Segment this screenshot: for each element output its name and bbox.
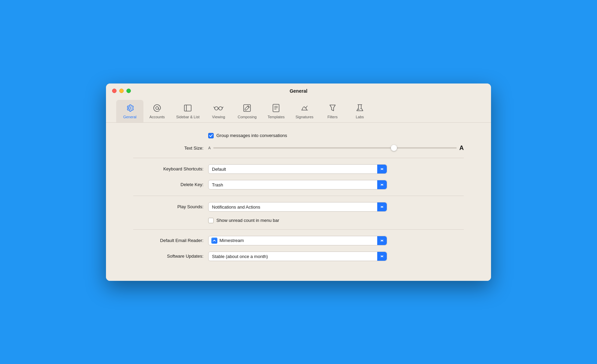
gear-icon: [124, 103, 135, 113]
tab-templates-label: Templates: [267, 115, 285, 119]
tab-labs[interactable]: Labs: [346, 100, 373, 122]
divider-3: [133, 229, 464, 230]
tab-viewing[interactable]: Viewing: [205, 100, 232, 122]
tab-general-label: General: [123, 115, 136, 119]
delete-key-row: Delete Key: Trash: [133, 180, 464, 189]
show-unread-checkbox[interactable]: [208, 218, 214, 223]
preferences-window: General General Accounts: [106, 84, 491, 281]
svg-point-12: [358, 109, 359, 110]
svg-rect-7: [273, 104, 279, 112]
tab-sidebar[interactable]: Sidebar & List: [171, 100, 205, 122]
tab-filters[interactable]: Filters: [319, 100, 346, 122]
mimestream-app-icon: [211, 238, 217, 244]
keyboard-shortcuts-row: Keyboard Shortcuts: Default: [133, 164, 464, 174]
delete-key-value: Trash: [212, 182, 223, 187]
signature-icon: [299, 103, 310, 113]
default-email-row: Default Email Reader: Mimestream: [133, 236, 464, 245]
software-updates-arrow: [377, 252, 387, 261]
default-email-select[interactable]: Mimestream: [208, 236, 387, 245]
title-bar: General: [106, 84, 491, 98]
text-size-label: Text Size:: [133, 146, 208, 151]
template-icon: [271, 103, 281, 113]
software-updates-row: Software Updates: Stable (about once a m…: [133, 252, 464, 261]
delete-key-label: Delete Key:: [133, 182, 208, 187]
svg-point-3: [215, 107, 218, 110]
show-unread-label: Show unread count in menu bar: [216, 218, 279, 223]
tab-viewing-label: Viewing: [212, 115, 225, 119]
play-sounds-select[interactable]: Notifications and Actions: [208, 202, 387, 212]
default-email-select-wrapper: Mimestream: [208, 236, 387, 245]
window-title: General: [290, 88, 307, 94]
divider-1: [133, 158, 464, 158]
tab-sidebar-label: Sidebar & List: [176, 115, 199, 119]
default-email-arrow: [377, 236, 387, 245]
glasses-icon: [213, 103, 224, 113]
text-size-slider-container: A A: [208, 145, 464, 152]
svg-rect-1: [184, 105, 191, 111]
maximize-button[interactable]: [126, 89, 131, 93]
software-updates-select-wrapper: Stable (about once a month): [208, 252, 387, 261]
software-updates-value: Stable (about once a month): [212, 254, 268, 259]
text-size-large: A: [459, 145, 464, 152]
software-updates-select[interactable]: Stable (about once a month): [208, 252, 387, 261]
delete-key-select-wrapper: Trash: [208, 180, 387, 189]
slider-thumb[interactable]: [391, 145, 397, 151]
sidebar-icon: [182, 103, 193, 113]
toolbar: General Accounts Sidebar & List: [106, 98, 491, 123]
divider-2: [133, 196, 464, 196]
delete-key-arrow: [377, 180, 387, 189]
software-updates-label: Software Updates:: [133, 254, 208, 259]
group-messages-label: Group messages into conversations: [216, 133, 287, 138]
tab-accounts[interactable]: Accounts: [143, 100, 171, 122]
tab-signatures[interactable]: Signatures: [290, 100, 319, 122]
text-size-small: A: [208, 146, 211, 150]
default-email-label: Default Email Reader:: [133, 238, 208, 243]
minimize-button[interactable]: [119, 89, 124, 93]
keyboard-shortcuts-label: Keyboard Shortcuts:: [133, 166, 208, 171]
group-messages-row: Group messages into conversations: [133, 133, 464, 138]
compose-icon: [242, 103, 252, 113]
default-email-content: Mimestream: [211, 238, 244, 244]
tab-accounts-label: Accounts: [149, 115, 165, 119]
svg-point-13: [360, 108, 361, 109]
play-sounds-row: Play Sounds: Notifications and Actions: [133, 202, 464, 212]
svg-point-4: [219, 107, 222, 110]
default-email-value: Mimestream: [219, 238, 244, 243]
tab-templates[interactable]: Templates: [262, 100, 290, 122]
keyboard-shortcuts-select[interactable]: Default: [208, 164, 387, 174]
keyboard-shortcuts-select-wrapper: Default: [208, 164, 387, 174]
play-sounds-value: Notifications and Actions: [212, 204, 260, 209]
tab-composing[interactable]: Composing: [232, 100, 262, 122]
svg-rect-5: [244, 105, 250, 111]
traffic-lights: [112, 89, 131, 93]
tab-signatures-label: Signatures: [295, 115, 313, 119]
settings-content: Group messages into conversations Text S…: [106, 123, 491, 281]
text-size-slider[interactable]: [213, 147, 457, 149]
tab-composing-label: Composing: [238, 115, 257, 119]
delete-key-select[interactable]: Trash: [208, 180, 387, 189]
tab-filters-label: Filters: [327, 115, 338, 119]
tab-general[interactable]: General: [116, 100, 143, 122]
at-sign-icon: [152, 103, 163, 113]
play-sounds-arrow: [377, 202, 387, 211]
keyboard-shortcuts-arrow: [377, 165, 387, 173]
labs-icon: [354, 103, 365, 113]
text-size-row: Text Size: A A: [133, 145, 464, 152]
keyboard-shortcuts-value: Default: [212, 166, 226, 171]
close-button[interactable]: [112, 89, 117, 93]
svg-point-0: [156, 107, 158, 109]
show-unread-row: Show unread count in menu bar: [133, 218, 464, 223]
play-sounds-select-wrapper: Notifications and Actions: [208, 202, 387, 212]
group-messages-checkbox[interactable]: [208, 133, 214, 138]
filters-icon: [327, 103, 338, 113]
tab-labs-label: Labs: [356, 115, 364, 119]
play-sounds-label: Play Sounds:: [133, 204, 208, 209]
